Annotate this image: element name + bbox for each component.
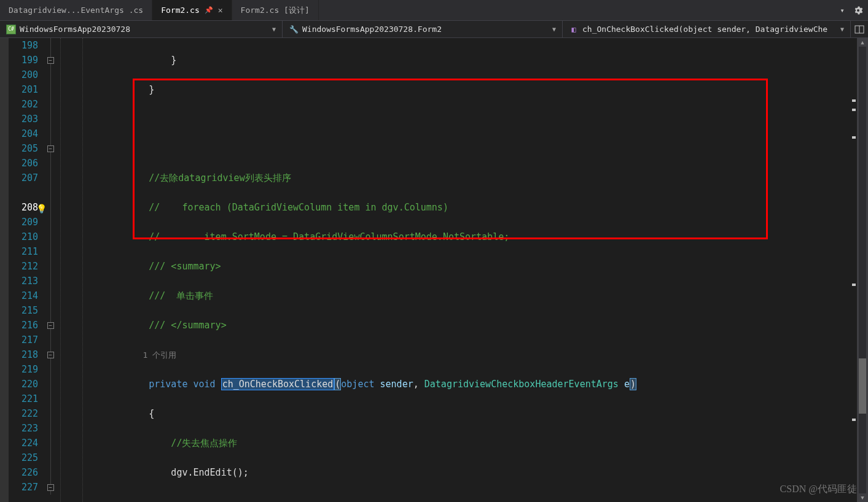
tab-datagridview-eventargs[interactable]: Datagridview...EventArgs .cs <box>0 0 152 20</box>
line-number: 222 <box>9 406 38 421</box>
fold-marker[interactable] <box>43 171 58 185</box>
fold-marker[interactable] <box>43 259 58 274</box>
comment: //去除datagridview列表头排序 <box>104 172 291 183</box>
scroll-up-arrow[interactable]: ▲ <box>857 38 868 47</box>
comment: // item.SortMode = DataGridViewColumnSor… <box>104 231 509 242</box>
fold-marker[interactable] <box>43 392 58 406</box>
line-number: 219 <box>9 362 38 377</box>
pin-icon[interactable]: 📌 <box>205 6 213 14</box>
fold-marker[interactable] <box>43 200 58 215</box>
fold-marker[interactable] <box>43 244 58 259</box>
tab-form2-cs[interactable]: Form2.cs 📌 ✕ <box>152 0 232 20</box>
line-number: 221 <box>9 392 38 406</box>
fold-marker[interactable] <box>43 38 58 53</box>
paren-open: ( <box>334 378 341 390</box>
scroll-thumb[interactable] <box>859 358 866 414</box>
fold-marker[interactable] <box>43 230 58 244</box>
comment: //失去焦点操作 <box>104 438 237 449</box>
line-number: 203 <box>9 112 38 126</box>
fold-marker[interactable] <box>43 82 58 97</box>
fold-marker[interactable] <box>43 436 58 450</box>
scroll-track[interactable] <box>859 47 866 493</box>
nav-member-text: ch_OnCheckBoxClicked(object sender, Data… <box>582 25 827 34</box>
gear-icon[interactable] <box>853 6 863 15</box>
tab-label: Form2.cs [设计] <box>241 5 310 16</box>
nav-project-text: WindowsFormsApp20230728 <box>20 25 130 34</box>
line-number: 208💡 <box>9 200 38 215</box>
fold-marker[interactable] <box>43 97 58 112</box>
code-content[interactable]: } } //去除datagridview列表头排序 // foreach (Da… <box>102 38 868 502</box>
line-number: 198 <box>9 38 38 53</box>
scrollbar-markers <box>852 38 856 502</box>
nav-type-combo[interactable]: 🔧 WindowsFormsApp20230728.Form2 ▼ <box>283 21 563 37</box>
fold-marker[interactable] <box>43 215 58 230</box>
keyword: object <box>341 379 374 390</box>
line-number: 223 <box>9 421 38 436</box>
line-number: 199 <box>9 53 38 68</box>
line-number: 202 <box>9 97 38 112</box>
paren-close: ) <box>630 378 636 390</box>
nav-member-combo[interactable]: ◧ ch_OnCheckBoxClicked(object sender, Da… <box>563 21 851 37</box>
code-text: { <box>104 408 154 419</box>
type: DatagridviewCheckboxHeaderEventArgs <box>424 379 619 390</box>
chevron-down-icon: ▼ <box>552 26 556 33</box>
fold-marker[interactable]: − <box>43 347 58 362</box>
fold-marker[interactable] <box>43 465 58 480</box>
fold-gutter: −−−−− <box>43 38 58 502</box>
split-editor-button[interactable] <box>851 21 868 37</box>
fold-marker[interactable] <box>43 303 58 318</box>
line-number: 227 <box>9 480 38 495</box>
fold-marker[interactable] <box>43 68 58 82</box>
fold-marker[interactable] <box>43 333 58 347</box>
scroll-down-arrow[interactable]: ▼ <box>857 493 868 502</box>
indent-guides <box>58 38 102 502</box>
vertical-scrollbar[interactable]: ▲ ▼ <box>857 38 868 502</box>
xml-doc: /// </summary> <box>104 320 227 331</box>
code-text: dgv.EndEdit(); <box>104 467 249 478</box>
method-icon: ◧ <box>569 25 579 34</box>
fold-marker[interactable]: − <box>43 318 58 333</box>
codelens-references[interactable]: 1 个引用 <box>104 350 176 360</box>
fold-marker[interactable] <box>43 406 58 421</box>
line-number: 226 <box>9 465 38 480</box>
param: e <box>624 379 630 390</box>
nav-project-combo[interactable]: C# WindowsFormsApp20230728 ▼ <box>0 21 283 37</box>
fold-marker[interactable]: − <box>43 53 58 68</box>
editor-area[interactable]: 198199200201202203204205206207 208💡20921… <box>0 38 868 502</box>
keyword: void <box>194 379 216 390</box>
xml-doc: /// 单击事件 <box>104 290 213 301</box>
line-number: 216 <box>9 318 38 333</box>
tab-form2-designer[interactable]: Form2.cs [设计] <box>232 0 319 20</box>
line-number: 214 <box>9 288 38 303</box>
tab-label: Form2.cs <box>161 6 200 15</box>
line-number: 210 <box>9 230 38 244</box>
fold-marker[interactable]: − <box>43 480 58 495</box>
nav-type-text: WindowsFormsApp20230728.Form2 <box>302 25 442 34</box>
line-number-gutter: 198199200201202203204205206207 208💡20921… <box>9 38 43 502</box>
line-number: 207 <box>9 171 38 185</box>
margin-strip <box>0 38 9 502</box>
line-number: 220 <box>9 377 38 392</box>
tabbar-right: ▾ <box>837 0 868 20</box>
overflow-chevron-icon[interactable]: ▾ <box>837 6 847 15</box>
csharp-project-icon: C# <box>6 25 16 34</box>
code-text: } <box>104 84 154 95</box>
fold-marker[interactable] <box>43 362 58 377</box>
chevron-down-icon: ▼ <box>840 26 844 33</box>
editor-tab-bar: Datagridview...EventArgs .cs Form2.cs 📌 … <box>0 0 868 21</box>
fold-marker[interactable] <box>43 112 58 126</box>
fold-marker[interactable] <box>43 274 58 288</box>
fold-marker[interactable] <box>43 126 58 141</box>
line-number: 217 <box>9 333 38 347</box>
fold-marker[interactable] <box>43 377 58 392</box>
fold-marker[interactable] <box>43 288 58 303</box>
fold-marker[interactable]: − <box>43 141 58 156</box>
close-icon[interactable]: ✕ <box>218 6 223 15</box>
line-number: 213 <box>9 274 38 288</box>
fold-marker[interactable] <box>43 421 58 436</box>
line-number: 204 <box>9 126 38 141</box>
fold-marker[interactable] <box>43 450 58 465</box>
fold-marker[interactable] <box>43 156 58 171</box>
line-number: 200 <box>9 68 38 82</box>
tab-label: Datagridview...EventArgs .cs <box>9 6 143 15</box>
